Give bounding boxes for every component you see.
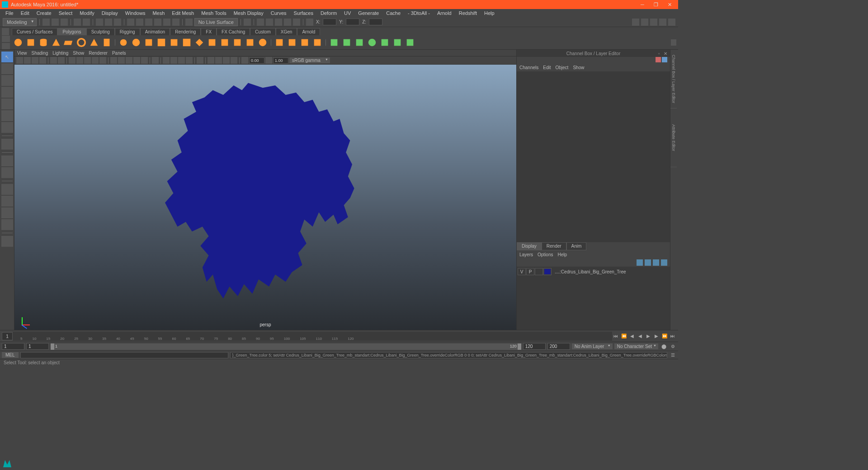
menu-arnold[interactable]: Arnold (434, 9, 454, 17)
live-surface-dropdown[interactable]: No Live Surface (194, 18, 238, 26)
bridge-icon[interactable] (219, 37, 230, 48)
attribute-editor-icon[interactable] (641, 19, 648, 26)
channel-color-1-icon[interactable] (656, 57, 661, 62)
tool-settings-icon[interactable] (650, 19, 657, 26)
menu-windows[interactable]: Windows (123, 9, 148, 17)
layer-color-swatch[interactable] (543, 268, 552, 275)
ipr-icon[interactable] (266, 19, 273, 26)
prism-icon[interactable] (89, 37, 99, 48)
aa-icon[interactable] (197, 57, 203, 64)
smooth-shade-icon[interactable] (118, 57, 125, 64)
image-plane-icon[interactable] (39, 57, 46, 64)
gate-mask-icon[interactable] (92, 57, 99, 64)
menu-mesh-tools[interactable]: Mesh Tools (198, 9, 229, 17)
step-forward-button[interactable]: ▶ (653, 333, 660, 340)
separate-icon[interactable] (194, 37, 205, 48)
history-icon[interactable] (244, 19, 251, 26)
maximize-button[interactable]: ❐ (649, 0, 663, 9)
channel-menu-object[interactable]: Object (556, 65, 569, 70)
layer-playback-toggle[interactable]: P (526, 268, 534, 275)
panel-menu-show[interactable]: Show (73, 51, 84, 56)
shelf-layout-icon[interactable] (2, 43, 10, 49)
multicut-icon[interactable] (287, 37, 297, 48)
shelf-tab-sculpting[interactable]: Sculpting (86, 28, 115, 35)
shelf-tab-custom[interactable]: Custom (250, 28, 275, 35)
shelf-tab-arnold[interactable]: Arnold (297, 28, 320, 35)
combine-icon[interactable] (181, 37, 192, 48)
menu-cache[interactable]: Cache (383, 9, 403, 17)
layer-row[interactable]: V P ....:Cedrus_Libani_Big_Green_Tree (518, 268, 669, 276)
current-frame-box[interactable]: 1 (2, 332, 13, 340)
dof-icon[interactable] (178, 57, 185, 64)
menu-mesh-display[interactable]: Mesh Display (231, 9, 266, 17)
cut-uv-icon[interactable] (405, 37, 415, 48)
panel-layout-icon[interactable] (306, 19, 313, 26)
overlay-icon[interactable] (231, 57, 237, 64)
z-input[interactable] (369, 19, 382, 25)
shadows-icon[interactable] (141, 57, 148, 64)
layout-single-icon[interactable] (1, 155, 13, 166)
snap-view-icon[interactable] (172, 19, 179, 26)
film-gate-icon[interactable] (76, 57, 83, 64)
menu-edit-mesh[interactable]: Edit Mesh (169, 9, 197, 17)
auto-uv-icon[interactable] (379, 37, 390, 48)
grease-icon[interactable] (58, 57, 65, 64)
pipe-icon[interactable] (101, 37, 112, 48)
cone-icon[interactable] (51, 37, 61, 48)
go-start-button[interactable]: ⏮ (612, 333, 619, 340)
panel-menu-lighting[interactable]: Lighting (52, 51, 68, 56)
layout-persp-graph-icon[interactable] (1, 219, 13, 230)
snap-plane-icon[interactable] (154, 19, 161, 26)
cylindrical-icon[interactable] (354, 37, 365, 48)
2d-pan-icon[interactable] (50, 57, 57, 64)
anim-layer-dropdown[interactable]: No Anim Layer (572, 343, 613, 349)
character-set-dropdown[interactable]: No Character Set (614, 343, 658, 349)
select-object-icon[interactable] (105, 19, 112, 26)
type-icon[interactable] (156, 37, 167, 48)
sphere-icon[interactable] (13, 37, 24, 48)
panel-menu-renderer[interactable]: Renderer (89, 51, 108, 56)
menu--dtoall-[interactable]: - 3DtoAll - (405, 9, 433, 17)
insert-edge-icon[interactable] (274, 37, 285, 48)
close-button[interactable]: ✕ (663, 0, 676, 9)
shelf-tab-animation[interactable]: Animation (140, 28, 170, 35)
layout-four-icon[interactable] (1, 167, 13, 178)
xray-joints-icon[interactable] (170, 57, 177, 64)
lock-camera-icon[interactable] (24, 57, 31, 64)
ui-toggle-icon[interactable] (632, 19, 639, 26)
planar-icon[interactable] (341, 37, 352, 48)
bevel-icon[interactable] (232, 37, 243, 48)
textured-icon[interactable] (126, 57, 132, 64)
platonic-icon[interactable] (143, 37, 154, 48)
channel-menu-edit[interactable]: Edit (543, 65, 551, 70)
step-back-button[interactable]: ◀ (628, 333, 636, 340)
layout-custom-icon[interactable] (1, 236, 13, 247)
layer-displaytype-toggle[interactable] (535, 268, 543, 275)
layer-menu-layers[interactable]: Layers (519, 252, 533, 257)
ssao-icon[interactable] (208, 57, 214, 64)
autokey-icon[interactable]: ⬤ (660, 343, 667, 350)
colorspace-dropdown[interactable]: sRGB gamma (289, 57, 330, 63)
menu-edit[interactable]: Edit (18, 9, 32, 17)
make-live-icon[interactable] (185, 19, 193, 26)
helix-icon[interactable] (118, 37, 129, 48)
snap-grid-icon[interactable] (127, 19, 134, 26)
select-component-icon[interactable] (114, 19, 121, 26)
minimize-button[interactable]: ─ (636, 0, 649, 9)
snap-point-icon[interactable] (145, 19, 152, 26)
modeling-toolkit-icon[interactable] (668, 19, 675, 26)
exposure-input[interactable] (249, 57, 264, 64)
menu-deform[interactable]: Deform (318, 9, 340, 17)
menu-redshift[interactable]: Redshift (456, 9, 480, 17)
layout-two-h-icon[interactable] (1, 184, 13, 195)
shelf-tab-rendering[interactable]: Rendering (170, 28, 201, 35)
select-camera-icon[interactable] (16, 57, 23, 64)
render-icon[interactable] (257, 19, 264, 26)
play-forward-button[interactable]: ▶ (645, 333, 652, 340)
menu-surfaces[interactable]: Surfaces (291, 9, 316, 17)
grid-icon[interactable] (69, 57, 75, 64)
shelf-handle-icon[interactable] (2, 28, 9, 35)
step-back-key-button[interactable]: ⏪ (620, 333, 627, 340)
target-weld-icon[interactable] (299, 37, 310, 48)
playback-start-input[interactable] (26, 343, 49, 350)
